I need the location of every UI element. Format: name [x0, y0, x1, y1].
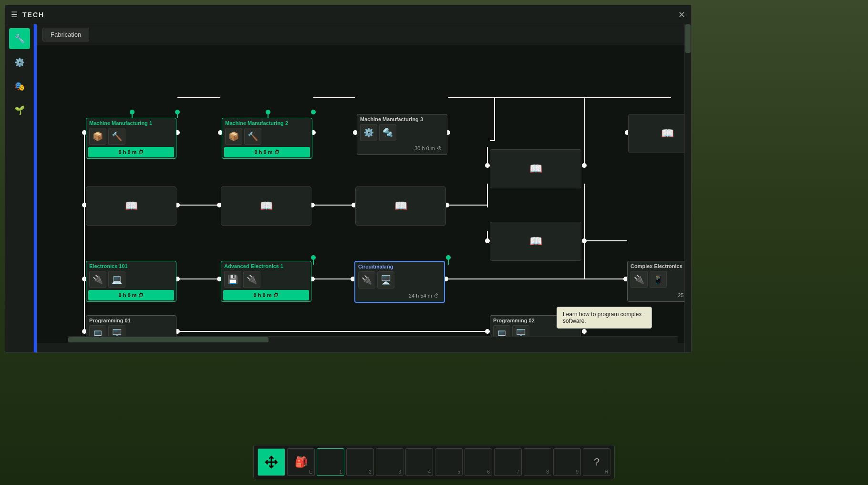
node-elec101-time: 0 h 0 m ⏱	[88, 290, 174, 300]
node-ce-icon1: 🔌	[630, 271, 648, 288]
node-machine-mfg-1[interactable]: Machine Manufacturing 1 📦 🔨 0 h 0 m ⏱	[86, 118, 176, 159]
taskbar-slot9-key: 9	[576, 469, 579, 475]
scrollbar-thumb[interactable]	[685, 24, 691, 53]
sidebar-btn-plant[interactable]: 🌱	[9, 100, 30, 121]
node-prog01-title: Programming 01	[86, 316, 176, 324]
taskbar-slot2-key: 2	[369, 469, 372, 475]
svg-point-46	[485, 238, 490, 243]
bottom-scroll-thumb[interactable]	[68, 337, 269, 342]
taskbar-backpack[interactable]: 🎒 E	[287, 448, 315, 476]
svg-point-56	[175, 110, 180, 114]
node-ae1-icon1: 💾	[224, 271, 241, 288]
svg-point-61	[582, 329, 587, 334]
node-elec101-title: Electronics 101	[86, 261, 176, 270]
node-mm1-icons: 📦 🔨	[86, 127, 176, 146]
taskbar-slot-5[interactable]: 5	[435, 448, 463, 476]
taskbar-slot-1[interactable]: 1	[317, 448, 344, 476]
taskbar-slot1-key: 1	[339, 469, 342, 475]
node-mm3-time: 30 h 0 m ⏱	[359, 143, 445, 154]
menu-icon: ☰	[11, 10, 18, 19]
svg-point-69	[446, 255, 451, 260]
window-title: TECH	[22, 11, 44, 19]
taskbar-slot-3[interactable]: 3	[376, 448, 403, 476]
node-electronics-101[interactable]: Electronics 101 🔌 💻 0 h 0 m ⏱	[86, 261, 176, 302]
sidebar-btn-mask[interactable]: 🎭	[9, 76, 30, 97]
node-adv-elec-1[interactable]: Advanced Electronics 1 💾 🔌 0 h 0 m ⏱	[221, 261, 311, 302]
tech-canvas: Machine Manufacturing 1 📦 🔨 0 h 0 m ⏱ Ma…	[37, 45, 684, 343]
node-circuit-title: Circuitmaking	[355, 262, 444, 270]
content-area: Fabrication	[37, 24, 684, 343]
node-ae1-icon2: 🔌	[243, 271, 260, 288]
unknown-node-far-top[interactable]: 📖	[628, 114, 684, 153]
taskbar-slot7-key: 7	[517, 469, 519, 475]
tech-window: ☰ TECH ✕ 🔧 ⚙️ 🎭 🌱 Fabrication	[5, 5, 692, 353]
svg-point-47	[582, 238, 587, 243]
node-mm3-title: Machine Manufacturing 3	[357, 114, 447, 123]
close-button[interactable]: ✕	[678, 10, 685, 19]
node-mm1-time: 0 h 0 m ⏱	[88, 147, 174, 157]
taskbar-slot6-key: 6	[487, 469, 490, 475]
svg-point-60	[485, 329, 490, 334]
taskbar-move-button[interactable]	[258, 448, 285, 476]
svg-point-55	[311, 255, 316, 260]
node-mm3-icons: ⚙️ 🔩	[357, 123, 447, 142]
node-circuit-icons: 🔌 🖥️	[355, 270, 444, 289]
taskbar-help-icon: ?	[594, 456, 599, 468]
node-ae1-time: 0 h 0 m ⏱	[223, 290, 309, 300]
filter-bar: Fabrication	[37, 24, 684, 45]
node-elec101-icon1: 🔌	[89, 271, 106, 288]
node-circuit-icon2: 🖥️	[377, 271, 394, 289]
taskbar-slot-8[interactable]: 8	[524, 448, 551, 476]
node-machine-mfg-3[interactable]: Machine Manufacturing 3 ⚙️ 🔩 30 h 0 m ⏱	[357, 114, 447, 155]
node-ce-time: 25 h 0 m ⏱	[630, 290, 684, 300]
node-circuitmaking[interactable]: Circuitmaking 🔌 🖥️ 24 h 54 m ⏱	[354, 261, 445, 303]
node-mm2-icon2: 🔨	[244, 128, 261, 145]
title-bar: ☰ TECH ✕	[5, 5, 691, 24]
taskbar-slot-7[interactable]: 7	[494, 448, 522, 476]
node-ae1-icons: 💾 🔌	[221, 270, 311, 289]
left-sidebar: 🔧 ⚙️ 🎭 🌱	[5, 24, 34, 352]
unknown-node-1[interactable]: 📖	[490, 149, 581, 188]
node-mm3-icon1: ⚙️	[360, 124, 377, 141]
node-elec101-icons: 🔌 💻	[86, 270, 176, 289]
taskbar-slot3-key: 3	[398, 469, 401, 475]
node-mm1-title: Machine Manufacturing 1	[86, 118, 176, 127]
unknown-node-row2-3[interactable]: 📖	[355, 186, 446, 226]
filter-fabrication[interactable]: Fabrication	[42, 28, 89, 41]
taskbar-slot-9[interactable]: 9	[553, 448, 581, 476]
node-mm1-icon2: 🔨	[108, 128, 125, 145]
node-circuit-time: 24 h 54 m ⏱	[357, 290, 442, 301]
node-mm2-icon1: 📦	[225, 128, 242, 145]
svg-point-45	[582, 163, 587, 168]
scrollbar-right[interactable]	[684, 24, 691, 352]
node-circuit-icon1: 🔌	[358, 271, 375, 289]
node-machine-mfg-2[interactable]: Machine Manufacturing 2 📦 🔨 0 h 0 m ⏱	[222, 118, 312, 159]
node-mm2-title: Machine Manufacturing 2	[222, 118, 312, 127]
node-ce-title: Complex Electronics	[628, 261, 684, 270]
node-mm3-icon2: 🔩	[379, 124, 396, 141]
bottom-scrollbar[interactable]	[68, 336, 678, 343]
unknown-node-2[interactable]: 📖	[490, 222, 581, 261]
taskbar-slot4-key: 4	[428, 469, 431, 475]
node-ce-icons: 🔌 📱	[628, 270, 684, 289]
node-mm2-time: 0 h 0 m ⏱	[224, 147, 310, 157]
node-ce-icon2: 📱	[650, 271, 667, 288]
tooltip-text: Learn how to program complex software.	[563, 311, 641, 324]
svg-point-71	[130, 110, 134, 114]
unknown-node-row2-2[interactable]: 📖	[221, 186, 311, 226]
svg-point-72	[266, 110, 270, 114]
taskbar-slot-2[interactable]: 2	[346, 448, 374, 476]
bottom-taskbar: 🎒 E 1 2 3 4 5 6 7 8 9 ? H	[253, 445, 615, 479]
taskbar-slot-6[interactable]: 6	[465, 448, 492, 476]
taskbar-slot-4[interactable]: 4	[405, 448, 433, 476]
sidebar-btn-wrench[interactable]: 🔧	[9, 28, 30, 49]
taskbar-slot5-key: 5	[457, 469, 460, 475]
taskbar-slot8-key: 8	[546, 469, 549, 475]
tooltip: Learn how to program complex software.	[557, 307, 652, 329]
unknown-node-row2-1[interactable]: 📖	[86, 186, 176, 226]
svg-point-44	[485, 163, 490, 168]
node-mm1-icon1: 📦	[89, 128, 106, 145]
taskbar-help[interactable]: ? H	[583, 448, 610, 476]
sidebar-btn-gear[interactable]: ⚙️	[9, 52, 30, 73]
node-complex-elec[interactable]: Complex Electronics 🔌 📱 25 h 0 m ⏱	[627, 261, 684, 302]
